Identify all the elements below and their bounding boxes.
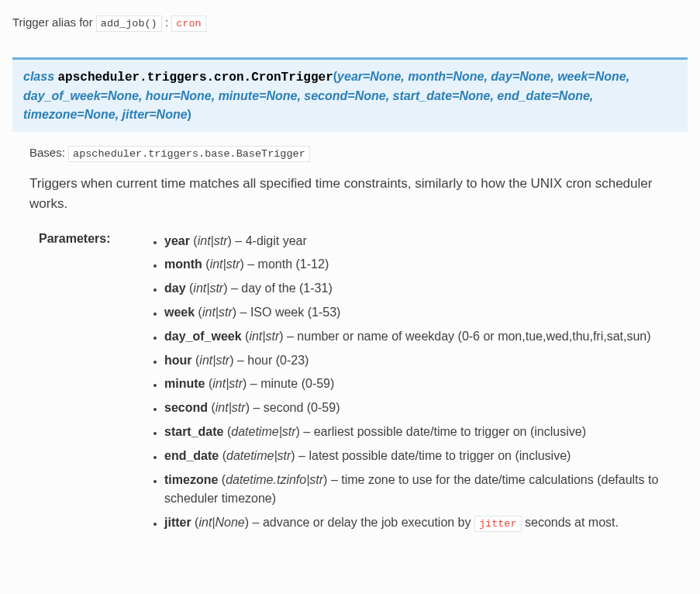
parameter-dash: –: [287, 330, 297, 343]
parameter-item: day_of_week (int|str) – number or name o…: [164, 327, 688, 347]
parameter-type: int|str: [216, 401, 246, 414]
trigger-alias-prefix: Trigger alias for: [12, 16, 96, 29]
parameter-item: start_date (datetime|str) – earliest pos…: [164, 423, 688, 442]
parameter-dash: –: [240, 306, 250, 319]
parameter-inline-code: jitter: [474, 516, 522, 532]
parameter-desc: day of the (1-31): [241, 281, 332, 295]
parameter-dash: –: [303, 425, 313, 438]
parameter-item: year (int|str) – 4-digit year: [164, 232, 688, 251]
parameter-dash: –: [250, 377, 260, 390]
parameter-type: datetime.tzinfo|str: [226, 473, 323, 486]
parameter-dash: –: [298, 449, 309, 462]
parameter-name: month: [164, 257, 202, 271]
class-name: CronTrigger: [251, 71, 333, 85]
parameter-dash: –: [231, 281, 241, 295]
parameter-desc: number or name of weekday (0-6 or mon,tu…: [297, 330, 650, 343]
bases-line: Bases: apscheduler.triggers.base.BaseTri…: [29, 146, 688, 160]
parameter-item: day (int|str) – day of the (1-31): [164, 279, 688, 299]
class-module-path: apscheduler.triggers.cron.: [57, 71, 251, 85]
class-keyword: class: [23, 70, 57, 83]
parameter-type: int|str: [202, 306, 233, 319]
parameter-name: end_date: [164, 449, 219, 462]
parameter-name: day_of_week: [164, 330, 242, 343]
parameter-type: datetime|str: [226, 449, 291, 462]
parameter-item: end_date (datetime|str) – latest possibl…: [164, 447, 688, 466]
parameter-name: timezone: [164, 473, 218, 486]
parameter-name: week: [164, 306, 195, 319]
parameters-list: year (int|str) – 4-digit yearmonth (int|…: [150, 232, 688, 537]
parameter-type: int|str: [198, 234, 228, 247]
trigger-alias-line: Trigger alias for add_job() : cron: [12, 16, 688, 29]
parameter-type: int|str: [212, 377, 243, 390]
parameter-desc: seconds at most.: [522, 516, 619, 529]
parameter-name: minute: [164, 377, 205, 390]
parameter-item: jitter (int|None) – advance or delay the…: [164, 513, 688, 533]
parameter-dash: –: [235, 234, 245, 247]
parameter-desc: month (1-12): [258, 257, 329, 271]
parameter-type: int|None: [198, 516, 244, 529]
parameter-type: int|str: [210, 257, 240, 271]
parameter-name: start_date: [164, 425, 223, 438]
parameter-desc: latest possible date/time to trigger on …: [309, 449, 571, 462]
class-description: Triggers when current time matches all s…: [29, 174, 688, 215]
paren-close: ): [188, 108, 191, 121]
parameter-dash: –: [253, 401, 263, 414]
parameter-dash: –: [247, 257, 257, 271]
parameter-desc: ISO week (1-53): [250, 306, 340, 319]
parameters-label: Parameters:: [29, 232, 124, 246]
parameter-name: jitter: [164, 516, 191, 529]
parameter-desc: hour (0-23): [247, 354, 309, 367]
bases-value: apscheduler.triggers.base.BaseTrigger: [68, 146, 310, 162]
class-signature: class apscheduler.triggers.cron.CronTrig…: [12, 57, 688, 132]
parameter-dash: –: [253, 516, 263, 529]
parameter-item: timezone (datetime.tzinfo|str) – time zo…: [164, 471, 688, 509]
parameter-dash: –: [331, 473, 341, 486]
parameters-block: Parameters: year (int|str) – 4-digit yea…: [29, 232, 688, 537]
parameter-name: second: [164, 401, 208, 414]
parameter-desc: minute (0-59): [260, 377, 334, 390]
parameter-name: day: [164, 281, 186, 295]
parameter-type: int|str: [193, 281, 223, 295]
parameter-dash: –: [237, 354, 247, 367]
parameter-name: hour: [164, 354, 192, 367]
class-body: Bases: apscheduler.triggers.base.BaseTri…: [12, 132, 688, 537]
parameter-item: hour (int|str) – hour (0-23): [164, 351, 688, 371]
parameter-type: datetime|str: [231, 425, 295, 438]
parameter-name: year: [164, 234, 190, 247]
parameter-item: minute (int|str) – minute (0-59): [164, 375, 688, 394]
parameter-desc: second (0-59): [264, 401, 340, 414]
parameter-type: int|str: [249, 330, 279, 343]
doc-page: Trigger alias for add_job() : cron class…: [0, 0, 700, 568]
parameter-item: second (int|str) – second (0-59): [164, 399, 688, 418]
parameter-desc: advance or delay the job execution by: [263, 516, 474, 529]
parameter-desc: 4-digit year: [246, 234, 307, 247]
trigger-alias-sep: :: [165, 16, 171, 29]
parameter-desc: earliest possible date/time to trigger o…: [314, 425, 586, 438]
parameter-type: int|str: [199, 354, 229, 367]
alias-code: cron: [171, 16, 205, 32]
parameter-item: month (int|str) – month (1-12): [164, 255, 688, 275]
bases-label: Bases:: [29, 146, 68, 159]
parameter-item: week (int|str) – ISO week (1-53): [164, 303, 688, 323]
add-job-code: add_job(): [96, 16, 162, 32]
